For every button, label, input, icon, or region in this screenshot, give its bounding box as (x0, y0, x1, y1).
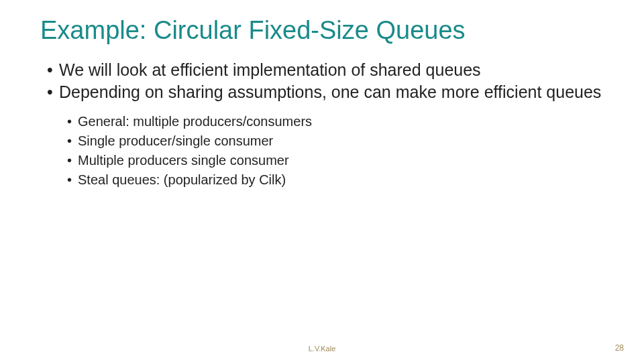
slide-title: Example: Circular Fixed-Size Queues (40, 16, 604, 45)
footer-author: L.V.Kale (0, 345, 644, 353)
list-item: Multiple producers single consumer (67, 152, 604, 170)
bullet-list-level2: General: multiple producers/consumers Si… (67, 113, 604, 189)
list-item: Steal queues: (popularized by Cilk) (67, 171, 604, 189)
slide: Example: Circular Fixed-Size Queues We w… (0, 0, 644, 362)
bullet-list-level1: We will look at efficient implementation… (47, 60, 604, 103)
list-item: Depending on sharing assumptions, one ca… (47, 82, 604, 103)
list-item: Single producer/single consumer (67, 132, 604, 150)
footer-page-number: 28 (615, 343, 624, 353)
list-item: We will look at efficient implementation… (47, 60, 604, 80)
list-item: General: multiple producers/consumers (67, 113, 604, 131)
